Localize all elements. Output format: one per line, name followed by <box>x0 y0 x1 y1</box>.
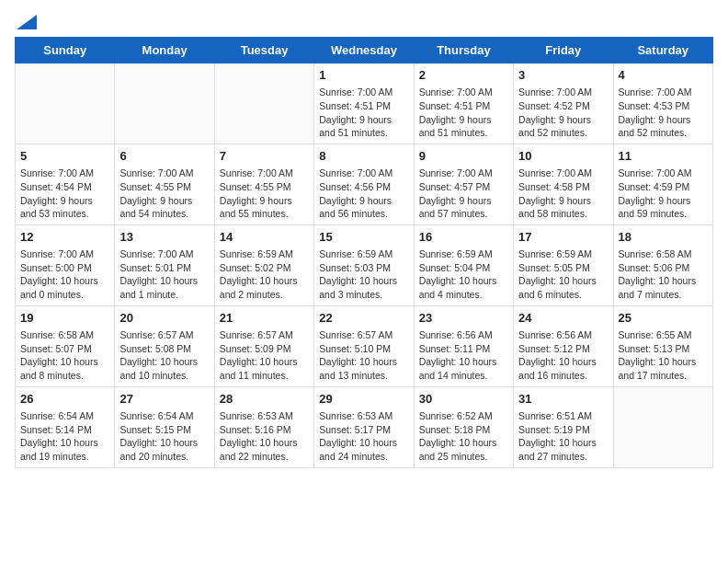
calendar-cell <box>214 63 313 144</box>
day-number: 7 <box>220 148 309 165</box>
day-number: 2 <box>419 67 508 84</box>
calendar-cell: 6Sunrise: 7:00 AM Sunset: 4:55 PM Daylig… <box>115 144 214 224</box>
calendar-cell: 7Sunrise: 7:00 AM Sunset: 4:55 PM Daylig… <box>214 144 313 224</box>
day-number: 21 <box>220 310 309 327</box>
calendar-cell: 19Sunrise: 6:58 AM Sunset: 5:07 PM Dayli… <box>16 305 115 386</box>
day-number: 31 <box>518 391 608 408</box>
calendar-cell: 28Sunrise: 6:53 AM Sunset: 5:16 PM Dayli… <box>214 386 313 467</box>
calendar-cell: 17Sunrise: 6:59 AM Sunset: 5:05 PM Dayli… <box>514 224 613 305</box>
day-info: Sunrise: 6:58 AM Sunset: 5:07 PM Dayligh… <box>20 328 109 383</box>
day-number: 15 <box>319 229 408 246</box>
logo-icon <box>17 15 37 29</box>
day-number: 23 <box>419 310 508 327</box>
calendar-cell: 25Sunrise: 6:55 AM Sunset: 5:13 PM Dayli… <box>613 305 712 386</box>
calendar-cell: 9Sunrise: 7:00 AM Sunset: 4:57 PM Daylig… <box>414 144 513 224</box>
page-header <box>15 15 713 26</box>
day-number: 27 <box>119 391 209 408</box>
svg-marker-0 <box>17 15 37 29</box>
calendar-cell: 22Sunrise: 6:57 AM Sunset: 5:10 PM Dayli… <box>314 305 414 386</box>
day-number: 5 <box>20 148 109 165</box>
day-info: Sunrise: 6:52 AM Sunset: 5:18 PM Dayligh… <box>419 409 508 464</box>
day-number: 3 <box>518 67 608 84</box>
calendar-table: SundayMondayTuesdayWednesdayThursdayFrid… <box>15 37 713 468</box>
day-info: Sunrise: 6:55 AM Sunset: 5:13 PM Dayligh… <box>619 328 708 383</box>
calendar-cell: 13Sunrise: 7:00 AM Sunset: 5:01 PM Dayli… <box>115 224 214 305</box>
day-number: 1 <box>319 67 408 84</box>
day-number: 11 <box>619 148 708 165</box>
calendar-cell: 16Sunrise: 6:59 AM Sunset: 5:04 PM Dayli… <box>414 224 513 305</box>
calendar-cell <box>16 63 115 144</box>
day-info: Sunrise: 6:59 AM Sunset: 5:05 PM Dayligh… <box>518 247 608 302</box>
day-number: 26 <box>20 391 109 408</box>
calendar-cell: 26Sunrise: 6:54 AM Sunset: 5:14 PM Dayli… <box>16 386 115 467</box>
day-number: 10 <box>518 148 608 165</box>
day-number: 29 <box>319 391 408 408</box>
day-number: 22 <box>319 310 408 327</box>
day-info: Sunrise: 6:56 AM Sunset: 5:11 PM Dayligh… <box>419 328 508 383</box>
day-number: 20 <box>119 310 209 327</box>
day-number: 17 <box>518 229 608 246</box>
day-number: 24 <box>518 310 608 327</box>
day-info: Sunrise: 6:57 AM Sunset: 5:10 PM Dayligh… <box>319 328 408 383</box>
calendar-cell: 5Sunrise: 7:00 AM Sunset: 4:54 PM Daylig… <box>16 144 115 224</box>
calendar-cell: 23Sunrise: 6:56 AM Sunset: 5:11 PM Dayli… <box>414 305 513 386</box>
day-number: 16 <box>419 229 508 246</box>
day-number: 19 <box>20 310 109 327</box>
day-number: 4 <box>619 67 708 84</box>
day-number: 30 <box>419 391 508 408</box>
calendar-cell: 3Sunrise: 7:00 AM Sunset: 4:52 PM Daylig… <box>514 63 613 144</box>
weekday-header: Tuesday <box>214 38 313 63</box>
calendar-cell: 12Sunrise: 7:00 AM Sunset: 5:00 PM Dayli… <box>16 224 115 305</box>
day-number: 6 <box>119 148 209 165</box>
day-info: Sunrise: 6:59 AM Sunset: 5:04 PM Dayligh… <box>419 247 508 302</box>
day-info: Sunrise: 7:00 AM Sunset: 4:53 PM Dayligh… <box>619 86 708 140</box>
day-info: Sunrise: 6:51 AM Sunset: 5:19 PM Dayligh… <box>518 409 608 464</box>
day-number: 28 <box>220 391 309 408</box>
day-info: Sunrise: 6:56 AM Sunset: 5:12 PM Dayligh… <box>518 328 608 383</box>
day-info: Sunrise: 7:00 AM Sunset: 4:58 PM Dayligh… <box>518 167 608 221</box>
day-number: 25 <box>619 310 708 327</box>
weekday-header: Thursday <box>414 38 513 63</box>
day-number: 13 <box>119 229 209 246</box>
calendar-cell: 4Sunrise: 7:00 AM Sunset: 4:53 PM Daylig… <box>613 63 712 144</box>
calendar-cell: 8Sunrise: 7:00 AM Sunset: 4:56 PM Daylig… <box>314 144 414 224</box>
weekday-header: Friday <box>514 38 613 63</box>
weekday-header: Sunday <box>16 38 115 63</box>
calendar-cell <box>613 386 712 467</box>
weekday-header: Saturday <box>613 38 712 63</box>
day-info: Sunrise: 7:00 AM Sunset: 5:01 PM Dayligh… <box>119 247 209 302</box>
calendar-cell: 24Sunrise: 6:56 AM Sunset: 5:12 PM Dayli… <box>514 305 613 386</box>
day-info: Sunrise: 6:54 AM Sunset: 5:14 PM Dayligh… <box>20 409 109 464</box>
day-info: Sunrise: 6:59 AM Sunset: 5:03 PM Dayligh… <box>319 247 408 302</box>
day-number: 18 <box>619 229 708 246</box>
day-number: 12 <box>20 229 109 246</box>
calendar-cell: 14Sunrise: 6:59 AM Sunset: 5:02 PM Dayli… <box>214 224 313 305</box>
calendar-cell <box>115 63 214 144</box>
day-info: Sunrise: 7:00 AM Sunset: 4:54 PM Dayligh… <box>20 167 109 221</box>
calendar-cell: 15Sunrise: 6:59 AM Sunset: 5:03 PM Dayli… <box>314 224 414 305</box>
calendar-cell: 11Sunrise: 7:00 AM Sunset: 4:59 PM Dayli… <box>613 144 712 224</box>
day-info: Sunrise: 7:00 AM Sunset: 4:56 PM Dayligh… <box>319 167 408 221</box>
calendar-cell: 10Sunrise: 7:00 AM Sunset: 4:58 PM Dayli… <box>514 144 613 224</box>
day-number: 14 <box>220 229 309 246</box>
day-info: Sunrise: 6:58 AM Sunset: 5:06 PM Dayligh… <box>619 247 708 302</box>
day-info: Sunrise: 7:00 AM Sunset: 4:59 PM Dayligh… <box>619 167 708 221</box>
day-info: Sunrise: 6:53 AM Sunset: 5:16 PM Dayligh… <box>220 409 309 464</box>
day-number: 9 <box>419 148 508 165</box>
logo <box>15 15 37 26</box>
calendar-cell: 2Sunrise: 7:00 AM Sunset: 4:51 PM Daylig… <box>414 63 513 144</box>
day-info: Sunrise: 6:53 AM Sunset: 5:17 PM Dayligh… <box>319 409 408 464</box>
day-info: Sunrise: 6:59 AM Sunset: 5:02 PM Dayligh… <box>220 247 309 302</box>
weekday-header: Monday <box>115 38 214 63</box>
day-info: Sunrise: 6:57 AM Sunset: 5:09 PM Dayligh… <box>220 328 309 383</box>
day-info: Sunrise: 7:00 AM Sunset: 4:52 PM Dayligh… <box>518 86 608 140</box>
calendar-cell: 1Sunrise: 7:00 AM Sunset: 4:51 PM Daylig… <box>314 63 414 144</box>
calendar-cell: 27Sunrise: 6:54 AM Sunset: 5:15 PM Dayli… <box>115 386 214 467</box>
day-info: Sunrise: 6:57 AM Sunset: 5:08 PM Dayligh… <box>119 328 209 383</box>
day-info: Sunrise: 7:00 AM Sunset: 4:51 PM Dayligh… <box>319 86 408 140</box>
calendar-cell: 21Sunrise: 6:57 AM Sunset: 5:09 PM Dayli… <box>214 305 313 386</box>
day-number: 8 <box>319 148 408 165</box>
day-info: Sunrise: 7:00 AM Sunset: 4:51 PM Dayligh… <box>419 86 508 140</box>
day-info: Sunrise: 7:00 AM Sunset: 4:55 PM Dayligh… <box>220 167 309 221</box>
calendar-cell: 20Sunrise: 6:57 AM Sunset: 5:08 PM Dayli… <box>115 305 214 386</box>
